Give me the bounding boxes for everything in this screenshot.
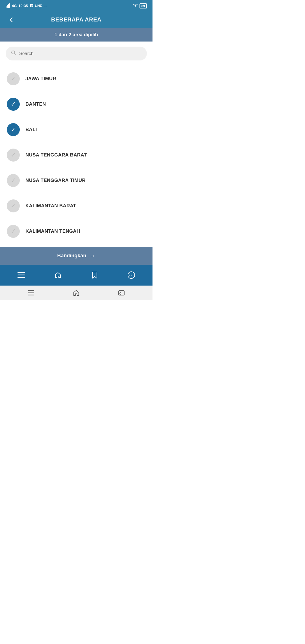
arrow-icon: →: [90, 253, 95, 259]
signal-icon: [6, 3, 10, 8]
svg-rect-3: [9, 3, 10, 8]
svg-point-12: [133, 275, 134, 276]
selection-count-text: 1 dari 2 area dipilih: [55, 32, 98, 37]
area-item-bali[interactable]: ✓BALI: [0, 117, 152, 142]
photo-icon: 🖼: [30, 4, 33, 8]
selection-count-bar: 1 dari 2 area dipilih: [0, 28, 152, 42]
check-circle-jawa-timur: ✓: [7, 72, 20, 85]
check-mark-ntb: ✓: [11, 152, 16, 158]
nav-bookmark[interactable]: [87, 269, 103, 282]
area-name-banten: BANTEN: [25, 101, 46, 107]
area-list: ✓JAWA TIMUR✓BANTEN✓BALI✓NUSA TENGGARA BA…: [0, 63, 152, 247]
area-item-ntb[interactable]: ✓NUSA TENGGARA BARAT: [0, 142, 152, 168]
compare-label: Bandingkan: [57, 253, 86, 259]
page-title: BEBERAPA AREA: [51, 16, 101, 23]
area-name-ntb: NUSA TENGGARA BARAT: [25, 152, 87, 158]
check-circle-bali: ✓: [7, 123, 20, 136]
android-nav-bar: [0, 286, 152, 300]
check-circle-kalbar: ✓: [7, 199, 20, 212]
network-type: 4G: [12, 4, 17, 8]
svg-rect-0: [6, 6, 6, 8]
status-right: 89: [133, 3, 147, 8]
check-mark-kalteng: ✓: [11, 228, 16, 234]
android-menu-btn[interactable]: [28, 290, 34, 295]
area-item-kalteng[interactable]: ✓KALIMANTAN TENGAH: [0, 219, 152, 244]
dots-icon: ···: [44, 4, 47, 8]
check-mark-kalbar: ✓: [11, 203, 16, 209]
time: 10:35: [18, 4, 28, 8]
search-icon: [11, 50, 16, 57]
area-name-ntt: NUSA TENGGARA TIMUR: [25, 178, 86, 183]
check-mark-ntt: ✓: [11, 177, 16, 184]
android-back-btn[interactable]: [118, 290, 125, 295]
area-name-jawa-timur: JAWA TIMUR: [25, 76, 56, 82]
svg-rect-15: [28, 295, 34, 295]
check-mark-bali: ✓: [11, 127, 16, 133]
svg-rect-16: [119, 291, 124, 295]
svg-point-11: [131, 275, 132, 276]
check-mark-jawa-timur: ✓: [11, 76, 16, 82]
wifi-icon: [133, 3, 138, 8]
area-item-ntt[interactable]: ✓NUSA TENGGARA TIMUR: [0, 168, 152, 193]
back-button[interactable]: [6, 14, 17, 25]
area-name-kalbar: KALIMANTAN BARAT: [25, 203, 76, 209]
android-home-btn[interactable]: [73, 290, 79, 296]
area-name-kalteng: KALIMANTAN TENGAH: [25, 229, 80, 234]
search-container: [0, 42, 152, 63]
check-mark-banten: ✓: [11, 101, 16, 107]
nav-more[interactable]: [123, 269, 139, 282]
check-circle-ntb: ✓: [7, 149, 20, 162]
svg-rect-6: [18, 272, 25, 273]
area-item-kalbar[interactable]: ✓KALIMANTAN BARAT: [0, 193, 152, 219]
check-circle-ntt: ✓: [7, 174, 20, 187]
nav-menu[interactable]: [13, 269, 29, 282]
area-name-bali: BALI: [25, 127, 37, 132]
svg-point-4: [135, 6, 136, 6]
status-left: 4G 10:35 🖼 LINE ···: [6, 3, 47, 8]
header: BEBERAPA AREA: [0, 11, 152, 28]
check-circle-banten: ✓: [7, 98, 20, 111]
svg-rect-2: [8, 4, 9, 8]
svg-rect-7: [18, 275, 25, 275]
bottom-nav: [0, 265, 152, 286]
compare-bar[interactable]: Bandingkan →: [0, 247, 152, 265]
nav-home[interactable]: [50, 269, 66, 282]
svg-rect-1: [7, 5, 8, 8]
status-bar: 4G 10:35 🖼 LINE ··· 89: [0, 0, 152, 11]
search-box[interactable]: [6, 47, 147, 60]
area-item-jawa-timur[interactable]: ✓JAWA TIMUR: [0, 66, 152, 92]
svg-rect-13: [28, 290, 34, 291]
svg-point-10: [129, 275, 130, 276]
svg-rect-8: [18, 277, 25, 278]
check-circle-kalteng: ✓: [7, 225, 20, 238]
battery-indicator: 89: [140, 4, 147, 8]
search-input[interactable]: [19, 51, 142, 56]
area-item-banten[interactable]: ✓BANTEN: [0, 92, 152, 117]
app-icon: LINE: [35, 4, 42, 7]
svg-rect-14: [28, 293, 34, 293]
